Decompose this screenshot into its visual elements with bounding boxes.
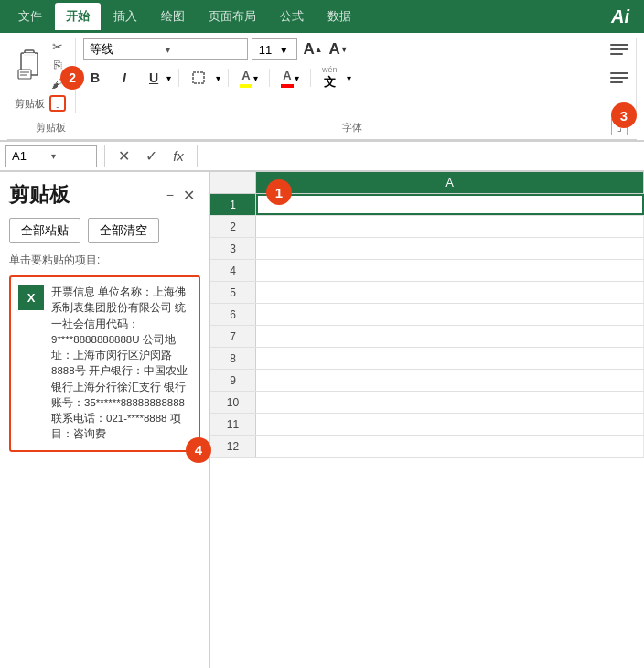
border-button[interactable] bbox=[187, 67, 210, 89]
bold-button[interactable]: B bbox=[83, 67, 107, 89]
table-row: 4 bbox=[210, 260, 644, 282]
table-row: 3 bbox=[210, 238, 644, 260]
badge-4: 4 bbox=[186, 437, 211, 463]
confirm-formula-button[interactable]: ✓ bbox=[140, 145, 162, 167]
row-num-10: 10 bbox=[210, 392, 256, 413]
grid-cell-A5[interactable] bbox=[256, 282, 644, 303]
sep2 bbox=[228, 69, 229, 87]
grid-rows: 1 2 3 4 5 6 7 bbox=[210, 194, 644, 668]
panel-title: 剪贴板 bbox=[9, 181, 163, 209]
menu-lines2-icon[interactable] bbox=[610, 72, 628, 83]
font-size-arrow: ▾ bbox=[274, 43, 293, 57]
fx-button[interactable]: fx bbox=[167, 145, 189, 167]
grid-cell-A3[interactable] bbox=[256, 238, 644, 259]
tab-file[interactable]: 文件 bbox=[7, 3, 53, 30]
grid-cell-A10[interactable] bbox=[256, 392, 644, 413]
highlight-dropdown[interactable]: ▾ bbox=[253, 73, 258, 83]
font-section-label: 字体 bbox=[95, 121, 609, 135]
sep1 bbox=[178, 69, 179, 87]
font-name-arrow: ▾ bbox=[166, 45, 242, 55]
grid-cell-A1[interactable] bbox=[256, 194, 644, 215]
grid-cell-A9[interactable] bbox=[256, 370, 644, 391]
phonetic-button[interactable]: wén 文 bbox=[318, 63, 341, 92]
svg-rect-4 bbox=[193, 72, 204, 83]
grid-area: 1 A 1 2 3 4 5 bbox=[210, 172, 644, 668]
increase-font-button[interactable]: A▲ bbox=[301, 38, 325, 60]
highlight-button[interactable]: A ▾ bbox=[236, 67, 262, 89]
row-num-9: 9 bbox=[210, 370, 256, 391]
font-size-box[interactable]: 11 ▾ bbox=[252, 38, 297, 60]
table-row: 9 bbox=[210, 370, 644, 392]
cell-ref-value: A1 bbox=[12, 149, 51, 163]
cell-ref-dropdown[interactable]: ▾ bbox=[51, 151, 91, 161]
phonetic-dropdown[interactable]: ▾ bbox=[347, 73, 351, 83]
phonetic-top: wén bbox=[322, 65, 338, 74]
row-num-header: 1 bbox=[210, 172, 256, 193]
font-name-dropdown[interactable]: 等线 ▾ bbox=[83, 38, 248, 60]
grid-cell-A2[interactable] bbox=[256, 216, 644, 237]
underline-dropdown[interactable]: ▾ bbox=[166, 73, 171, 83]
tab-layout[interactable]: 页面布局 bbox=[198, 3, 267, 30]
table-row: 10 bbox=[210, 392, 644, 414]
section-labels-row: 剪贴板 字体 ⌟ bbox=[7, 115, 637, 140]
font-color-dropdown[interactable]: ▾ bbox=[295, 73, 299, 83]
paste-button[interactable] bbox=[15, 48, 44, 81]
clipboard-panel: 剪贴板 − ✕ 全部粘贴 全部清空 单击要粘贴的项目: X 开票信息 单位名称：… bbox=[0, 172, 210, 668]
grid-cell-A7[interactable] bbox=[256, 326, 644, 347]
grid-cell-A11[interactable] bbox=[256, 414, 644, 435]
menu-lines-icon[interactable] bbox=[610, 44, 628, 55]
table-row: 11 bbox=[210, 414, 644, 436]
panel-pin-button[interactable]: − bbox=[163, 186, 177, 204]
tab-data[interactable]: 数据 bbox=[317, 3, 362, 30]
tab-home[interactable]: 开始 bbox=[55, 3, 101, 30]
grid-cell-A12[interactable] bbox=[256, 436, 644, 457]
toolbar-area: ✂ ⎘ 🖌 剪贴板 ⌟ 2 等线 bbox=[0, 33, 644, 142]
panel-close-button[interactable]: ✕ bbox=[177, 185, 200, 206]
tab-draw[interactable]: 绘图 bbox=[150, 3, 196, 30]
cancel-formula-button[interactable]: ✕ bbox=[113, 145, 134, 167]
clipboard-buttons: ✂ ⎘ 🖌 bbox=[15, 38, 68, 92]
cut-button[interactable]: ✂ bbox=[48, 38, 68, 55]
row-num-7: 7 bbox=[210, 326, 256, 347]
formula-sep1 bbox=[104, 145, 105, 167]
tab-insert[interactable]: 插入 bbox=[102, 3, 148, 30]
formula-input[interactable] bbox=[205, 145, 639, 167]
badge-2: 2 bbox=[60, 66, 84, 90]
row-num-5: 5 bbox=[210, 282, 256, 303]
tab-bar: 文件 开始 插入 绘图 页面布局 公式 数据 Ai bbox=[0, 0, 644, 33]
badge-3: 3 bbox=[611, 102, 637, 128]
clipboard-launcher-button[interactable]: ⌟ bbox=[49, 95, 66, 112]
grid-cell-A4[interactable] bbox=[256, 260, 644, 281]
badge-1: 1 bbox=[266, 179, 292, 205]
table-row: 2 bbox=[210, 216, 644, 238]
paste-all-button[interactable]: 全部粘贴 bbox=[9, 218, 80, 243]
italic-button[interactable]: I bbox=[113, 67, 136, 89]
border-dropdown[interactable]: ▾ bbox=[216, 73, 220, 83]
row-num-4: 4 bbox=[210, 260, 256, 281]
clipboard-item-text: 开票信息 单位名称：上海佛系制表集团股份有限公司 统一社会信用代码：9****8… bbox=[51, 285, 191, 443]
highlight-color-bar bbox=[240, 84, 252, 88]
tab-formula[interactable]: 公式 bbox=[269, 3, 315, 30]
formula-icons: ✕ ✓ fx bbox=[113, 145, 189, 167]
font-group: 等线 ▾ 11 ▾ A▲ A▼ bbox=[76, 38, 637, 113]
font-color-bar bbox=[281, 84, 294, 88]
row-num-6: 6 bbox=[210, 304, 256, 325]
clear-all-button[interactable]: 全部清空 bbox=[88, 218, 159, 243]
clipboard-file-icon: X bbox=[18, 285, 44, 310]
font-color-button[interactable]: A ▾ bbox=[277, 67, 303, 89]
grid-cell-A6[interactable] bbox=[256, 304, 644, 325]
table-row: 12 bbox=[210, 436, 644, 458]
row-num-12: 12 bbox=[210, 436, 256, 457]
row-num-11: 11 bbox=[210, 414, 256, 435]
table-row: 5 bbox=[210, 282, 644, 304]
clipboard-item[interactable]: X 开票信息 单位名称：上海佛系制表集团股份有限公司 统一社会信用代码：9***… bbox=[9, 275, 200, 452]
sep4 bbox=[310, 69, 311, 87]
cell-ref-box[interactable]: A1 ▾ bbox=[5, 145, 97, 167]
row-num-8: 8 bbox=[210, 348, 256, 369]
decrease-font-button[interactable]: A▼ bbox=[327, 38, 350, 60]
underline-button[interactable]: U bbox=[142, 67, 166, 89]
table-row: 8 bbox=[210, 348, 644, 370]
panel-title-row: 剪贴板 − ✕ bbox=[9, 181, 200, 209]
col-header-A[interactable]: A bbox=[256, 172, 644, 193]
grid-cell-A8[interactable] bbox=[256, 348, 644, 369]
